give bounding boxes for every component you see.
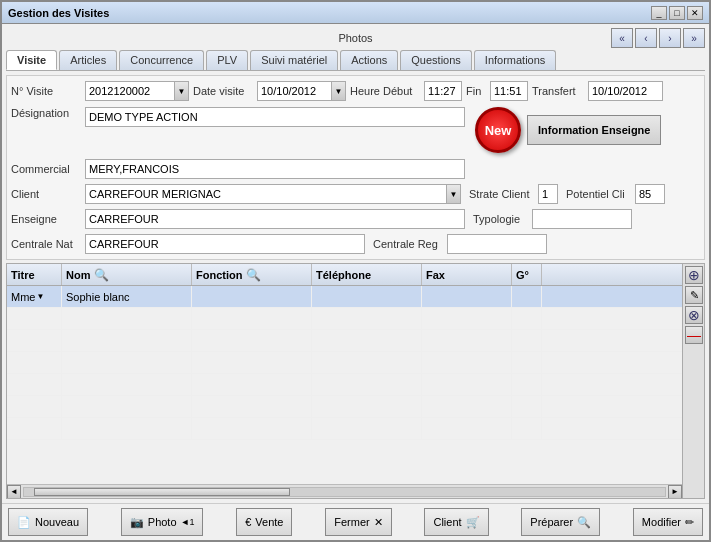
potentiel-cli-input[interactable] bbox=[635, 184, 665, 204]
client-label: Client bbox=[11, 188, 81, 200]
tab-informations[interactable]: Informations bbox=[474, 50, 557, 70]
tab-actions[interactable]: Actions bbox=[340, 50, 398, 70]
centrale-reg-input[interactable] bbox=[447, 234, 547, 254]
titre-dropdown-icon[interactable]: ▼ bbox=[36, 292, 44, 301]
enseigne-input[interactable] bbox=[85, 209, 465, 229]
typologie-input[interactable] bbox=[532, 209, 632, 229]
cell-empty bbox=[62, 330, 192, 351]
fin-input[interactable] bbox=[490, 81, 528, 101]
table-row[interactable] bbox=[7, 396, 682, 418]
centrale-nat-input[interactable] bbox=[85, 234, 365, 254]
close-button[interactable]: ✕ bbox=[687, 6, 703, 20]
heure-debut-input[interactable] bbox=[424, 81, 462, 101]
tab-questions[interactable]: Questions bbox=[400, 50, 472, 70]
tab-concurrence[interactable]: Concurrence bbox=[119, 50, 204, 70]
strate-client-label: Strate Client bbox=[469, 188, 534, 200]
col-g: G° bbox=[512, 264, 542, 285]
cell-empty bbox=[62, 396, 192, 417]
cell-g bbox=[512, 286, 542, 307]
vente-button[interactable]: € Vente bbox=[236, 508, 292, 536]
cell-empty bbox=[312, 308, 422, 329]
commercial-input[interactable] bbox=[85, 159, 465, 179]
new-button[interactable]: New bbox=[475, 107, 521, 153]
grid-side-buttons: ⊕ ✎ ⊗ — bbox=[683, 263, 705, 499]
grid-edit-button[interactable]: ✎ bbox=[685, 286, 703, 304]
cell-fonction bbox=[192, 286, 312, 307]
transfert-input[interactable] bbox=[588, 81, 663, 101]
maximize-button[interactable]: □ bbox=[669, 6, 685, 20]
table-row[interactable]: Mme ▼ Sophie blanc bbox=[7, 286, 682, 308]
row-designation: Désignation New Information Enseigne bbox=[11, 105, 700, 155]
fermer-icon: ✕ bbox=[374, 516, 383, 529]
client-input[interactable] bbox=[85, 184, 447, 204]
date-visite-input[interactable] bbox=[257, 81, 332, 101]
strate-client-input[interactable] bbox=[538, 184, 558, 204]
nouveau-button[interactable]: 📄 Nouveau bbox=[8, 508, 88, 536]
commercial-label: Commercial bbox=[11, 163, 81, 175]
date-visite-dropdown[interactable]: ▼ bbox=[332, 81, 346, 101]
table-row[interactable] bbox=[7, 418, 682, 440]
designation-input[interactable] bbox=[85, 107, 465, 127]
n-visite-input[interactable] bbox=[85, 81, 175, 101]
date-visite-wrapper: ▼ bbox=[257, 81, 346, 101]
row-visite: N° Visite ▼ Date visite ▼ Heure Début Fi… bbox=[11, 80, 700, 102]
fonction-search-icon[interactable]: 🔍 bbox=[246, 268, 261, 282]
scrollbar-track[interactable] bbox=[23, 487, 666, 497]
tab-plv[interactable]: PLV bbox=[206, 50, 248, 70]
cell-empty bbox=[512, 418, 542, 439]
table-row[interactable] bbox=[7, 330, 682, 352]
n-visite-label: N° Visite bbox=[11, 85, 81, 97]
heure-debut-label: Heure Début bbox=[350, 85, 420, 97]
modifier-button[interactable]: Modifier ✏ bbox=[633, 508, 703, 536]
nav-prev-button[interactable]: ‹ bbox=[635, 28, 657, 48]
minimize-button[interactable]: _ bbox=[651, 6, 667, 20]
nav-next-button[interactable]: › bbox=[659, 28, 681, 48]
tab-suivi-materiel[interactable]: Suivi matériel bbox=[250, 50, 338, 70]
client-dropdown[interactable]: ▼ bbox=[447, 184, 461, 204]
cell-empty bbox=[422, 330, 512, 351]
info-enseigne-button[interactable]: Information Enseigne bbox=[527, 115, 661, 145]
grid-minus-button[interactable]: — bbox=[685, 326, 703, 344]
grid-delete-button[interactable]: ⊗ bbox=[685, 306, 703, 324]
fin-label: Fin bbox=[466, 85, 486, 97]
grid-header: Titre Nom 🔍 Fonction 🔍 Téléphone Fax bbox=[7, 264, 682, 286]
nav-last-button[interactable]: » bbox=[683, 28, 705, 48]
cell-empty bbox=[312, 330, 422, 351]
preparer-button[interactable]: Préparer 🔍 bbox=[521, 508, 600, 536]
client-button[interactable]: Client 🛒 bbox=[424, 508, 488, 536]
date-visite-label: Date visite bbox=[193, 85, 253, 97]
table-row[interactable] bbox=[7, 308, 682, 330]
titre-with-dropdown[interactable]: Mme ▼ bbox=[11, 291, 44, 303]
centrale-reg-label: Centrale Reg bbox=[373, 238, 443, 250]
nom-search-icon[interactable]: 🔍 bbox=[94, 268, 109, 282]
nav-first-button[interactable]: « bbox=[611, 28, 633, 48]
photo-button[interactable]: 📷 Photo ◄1 bbox=[121, 508, 204, 536]
main-window: Gestion des Visites _ □ ✕ Photos « ‹ › »… bbox=[0, 0, 711, 542]
enseigne-label: Enseigne bbox=[11, 213, 81, 225]
window-controls: _ □ ✕ bbox=[651, 6, 703, 20]
cell-empty bbox=[422, 374, 512, 395]
cell-empty bbox=[512, 352, 542, 373]
cell-empty bbox=[422, 352, 512, 373]
cell-empty bbox=[7, 396, 62, 417]
typologie-label: Typologie bbox=[473, 213, 528, 225]
photo-icon: 📷 bbox=[130, 516, 144, 529]
n-visite-dropdown[interactable]: ▼ bbox=[175, 81, 189, 101]
tab-articles[interactable]: Articles bbox=[59, 50, 117, 70]
cell-empty bbox=[192, 396, 312, 417]
cell-empty bbox=[422, 418, 512, 439]
scroll-left-button[interactable]: ◄ bbox=[7, 485, 21, 499]
cell-empty bbox=[422, 396, 512, 417]
modifier-icon: ✏ bbox=[685, 516, 694, 529]
grid-body: Mme ▼ Sophie blanc bbox=[7, 286, 682, 484]
table-row[interactable] bbox=[7, 352, 682, 374]
grid-add-button[interactable]: ⊕ bbox=[685, 266, 703, 284]
col-titre: Titre bbox=[7, 264, 62, 285]
tab-visite[interactable]: Visite bbox=[6, 50, 57, 70]
cell-empty bbox=[62, 418, 192, 439]
table-row[interactable] bbox=[7, 374, 682, 396]
cell-empty bbox=[512, 330, 542, 351]
fermer-button[interactable]: Fermer ✕ bbox=[325, 508, 391, 536]
scroll-right-button[interactable]: ► bbox=[668, 485, 682, 499]
horizontal-scrollbar[interactable]: ◄ ► bbox=[7, 484, 682, 498]
